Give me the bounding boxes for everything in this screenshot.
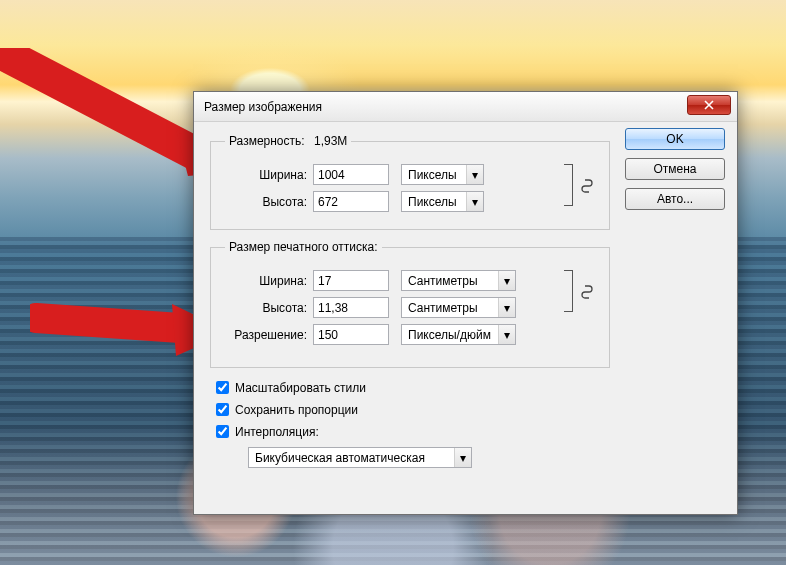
image-size-dialog: Размер изображения Размерность: 1,93M Ши… bbox=[193, 91, 738, 515]
print-width-row: Ширина: Сантиметры ▾ bbox=[225, 270, 599, 291]
print-width-label: Ширина: bbox=[225, 274, 313, 288]
resolution-label: Разрешение: bbox=[225, 328, 313, 342]
resolution-input[interactable] bbox=[313, 324, 389, 345]
ok-button[interactable]: OK bbox=[625, 128, 725, 150]
side-buttons: OK Отмена Авто... bbox=[625, 128, 725, 210]
print-width-input[interactable] bbox=[313, 270, 389, 291]
pixel-width-row: Ширина: Пикселы ▾ bbox=[225, 164, 599, 185]
pixel-width-input[interactable] bbox=[313, 164, 389, 185]
cancel-button[interactable]: Отмена bbox=[625, 158, 725, 180]
print-height-label: Высота: bbox=[225, 301, 313, 315]
interpolation-combo-row: Бикубическая автоматическая ▾ bbox=[236, 447, 610, 468]
print-height-unit-combo[interactable]: Сантиметры ▾ bbox=[401, 297, 516, 318]
chain-link-icon[interactable] bbox=[577, 282, 597, 302]
pixel-height-label: Высота: bbox=[225, 195, 313, 209]
scale-styles-row: Масштабировать стили bbox=[212, 378, 610, 397]
chevron-down-icon: ▾ bbox=[466, 192, 483, 211]
dialog-body: Размерность: 1,93M Ширина: Пикселы ▾ Выс… bbox=[194, 122, 737, 514]
chevron-down-icon: ▾ bbox=[454, 448, 471, 467]
interpolation-row: Интерполяция: bbox=[212, 422, 610, 441]
dialog-title: Размер изображения bbox=[204, 100, 322, 114]
interpolation-combo[interactable]: Бикубическая автоматическая ▾ bbox=[248, 447, 472, 468]
pixel-height-input[interactable] bbox=[313, 191, 389, 212]
constrain-row: Сохранить пропорции bbox=[212, 400, 610, 419]
close-button[interactable] bbox=[687, 95, 731, 115]
resolution-row: Разрешение: Пикселы/дюйм ▾ bbox=[225, 324, 599, 345]
print-height-unit-value: Сантиметры bbox=[402, 301, 498, 315]
pixel-width-unit-value: Пикселы bbox=[402, 168, 466, 182]
chevron-down-icon: ▾ bbox=[466, 165, 483, 184]
pixel-dimensions-group: Размерность: 1,93M Ширина: Пикселы ▾ Выс… bbox=[210, 134, 610, 230]
print-size-group: Размер печатного оттиска: Ширина: Сантим… bbox=[210, 240, 610, 368]
pixel-width-label: Ширина: bbox=[225, 168, 313, 182]
pixel-width-unit-combo[interactable]: Пикселы ▾ bbox=[401, 164, 484, 185]
print-height-input[interactable] bbox=[313, 297, 389, 318]
link-bracket bbox=[559, 164, 573, 206]
chain-link-icon[interactable] bbox=[577, 176, 597, 196]
pixel-height-unit-combo[interactable]: Пикселы ▾ bbox=[401, 191, 484, 212]
scale-styles-checkbox[interactable] bbox=[216, 381, 229, 394]
dimensions-label: Размерность: bbox=[229, 134, 305, 148]
pixel-dimensions-legend: Размерность: 1,93M bbox=[225, 134, 351, 148]
print-size-legend: Размер печатного оттиска: bbox=[225, 240, 382, 254]
scale-styles-label: Масштабировать стили bbox=[235, 381, 366, 395]
chevron-down-icon: ▾ bbox=[498, 271, 515, 290]
print-width-unit-combo[interactable]: Сантиметры ▾ bbox=[401, 270, 516, 291]
constrain-label: Сохранить пропорции bbox=[235, 403, 358, 417]
pixel-height-unit-value: Пикселы bbox=[402, 195, 466, 209]
constrain-checkbox[interactable] bbox=[216, 403, 229, 416]
link-bracket bbox=[559, 270, 573, 312]
pixel-height-row: Высота: Пикселы ▾ bbox=[225, 191, 599, 212]
chevron-down-icon: ▾ bbox=[498, 325, 515, 344]
chevron-down-icon: ▾ bbox=[498, 298, 515, 317]
print-height-row: Высота: Сантиметры ▾ bbox=[225, 297, 599, 318]
auto-button[interactable]: Авто... bbox=[625, 188, 725, 210]
dimensions-value: 1,93M bbox=[314, 134, 347, 148]
interpolation-label: Интерполяция: bbox=[235, 425, 319, 439]
print-width-unit-value: Сантиметры bbox=[402, 274, 498, 288]
titlebar[interactable]: Размер изображения bbox=[194, 92, 737, 122]
resolution-unit-value: Пикселы/дюйм bbox=[402, 328, 498, 342]
resolution-unit-combo[interactable]: Пикселы/дюйм ▾ bbox=[401, 324, 516, 345]
interpolation-value: Бикубическая автоматическая bbox=[249, 451, 454, 465]
interpolation-checkbox[interactable] bbox=[216, 425, 229, 438]
close-icon bbox=[704, 100, 714, 110]
